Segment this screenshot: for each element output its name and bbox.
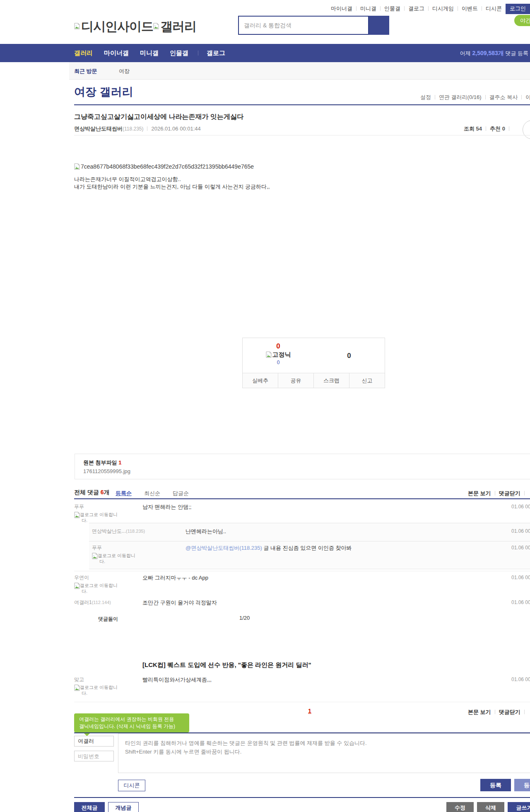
vote-buttons: 실베추 공유 스크랩 신고 <box>243 373 385 388</box>
comment-text: 빨리특이점와서가상세계좀,,, <box>142 676 212 684</box>
commenter-nick[interactable]: 여갤러1(112.144) <box>74 599 111 606</box>
bot-headline-link[interactable]: [LCK컵] 퀘스트 도입에 선수 반응, "좋은 라인은 원거리 딜러" <box>142 661 311 669</box>
post-author[interactable]: 면상박살난도태씹버 <box>74 126 123 132</box>
gallog-link[interactable]: 갤로그로 이동합니다. <box>74 582 123 594</box>
nickname-tooltip: 여갤러는 갤러리에서 권장하는 비회원 전용 갤닉네임입니다. (삭제 시 닉네… <box>74 713 189 732</box>
attachment-filename[interactable]: 1761120559995.jpg <box>83 468 130 474</box>
close-comments-button[interactable]: 댓글닫기 <box>499 709 520 715</box>
comments-header: 전체 댓글 6개 <box>74 489 110 496</box>
recent-visit-label[interactable]: 최근 방문 <box>74 68 97 75</box>
mention-link[interactable]: @면상박살난도태씹버(118.235) <box>186 545 262 551</box>
floating-button-partial[interactable] <box>523 120 530 139</box>
breadcrumb-current[interactable]: 여장 <box>119 68 130 75</box>
comment-writer: 푸푸 갤로그로 이동합니다. <box>74 503 136 523</box>
nav-item-minor[interactable]: 마이너갤 <box>104 49 129 56</box>
share-button[interactable]: 공유 <box>278 373 313 388</box>
delete-button[interactable]: 삭제 <box>477 802 504 812</box>
breadcrumb: 최근 방문 여장 <box>69 62 530 80</box>
comment-text: 남자 맨해라는 안댐;; <box>142 503 191 511</box>
gallery-links: 설정연관 갤러리(0/16)갤주소 복사이용안내 <box>420 94 530 101</box>
copy-url-link[interactable]: 갤주소 복사 <box>489 94 518 100</box>
like-count: 추천 0 <box>490 126 505 132</box>
bot-pager[interactable]: 1/20 <box>239 615 250 621</box>
gallog-link[interactable]: 갤로그로 이동합니다. <box>92 553 141 564</box>
nav-item-mini[interactable]: 미니갤 <box>140 49 159 56</box>
comment-time: 01.06 00 <box>511 599 530 605</box>
nav-item-gallog[interactable]: 갤로그 <box>207 49 225 56</box>
comment-divider <box>74 571 530 571</box>
nav-items: 갤러리마이너갤미니갤인물갤갤로그 <box>74 44 236 62</box>
header-divider <box>74 104 530 105</box>
top-link-gallog[interactable]: 갤로그 <box>408 5 424 12</box>
submit-comment-button[interactable]: 등록 <box>480 779 511 791</box>
commenter-nick[interactable]: 면상박살난도...(118.235) <box>92 528 145 535</box>
commenter-nick[interactable]: 푸푸 <box>74 503 136 510</box>
search-button[interactable] <box>369 16 389 35</box>
top-link-person[interactable]: 인물갤 <box>384 5 400 12</box>
commenter-nick[interactable]: 우연이 <box>74 574 136 581</box>
comment-writer: 맞고 갤로그로 이동합니다. <box>74 676 136 696</box>
top-link-minor[interactable]: 마이너갤 <box>331 5 352 12</box>
comment-writer: 우연이 갤로그로 이동합니다. <box>74 574 136 594</box>
post-author-ip: (118.235) <box>123 126 143 132</box>
comment-text: @면상박살난도태씹버(118.235) 글 내용 진심좀 있으면 이인증 찾아봐 <box>186 544 352 552</box>
comment-page-1[interactable]: 1 <box>308 708 311 714</box>
top-link-dccon[interactable]: 디시콘 <box>486 5 502 12</box>
attachment-box: 원본 첨부파일 1 1761120559995.jpg <box>75 454 530 479</box>
silbechu-button[interactable]: 실베추 <box>243 373 278 388</box>
sort-newest[interactable]: 최신순 <box>144 490 160 497</box>
submit-comment-button-secondary[interactable]: 등록 <box>514 779 530 791</box>
site-logo[interactable]: 디시인사이드갤러리 <box>74 18 196 35</box>
post-meta: 면상박살난도태씹버(118.235)2026.01.06 00:01:44 <box>74 125 201 133</box>
footer-divider <box>74 797 530 798</box>
post-divider <box>74 135 530 135</box>
report-button[interactable]: 신고 <box>349 373 385 388</box>
login-button[interactable]: 로그인 <box>506 4 530 14</box>
fixed-nick-label: 고정닉 <box>243 351 314 359</box>
top-link-dcgame[interactable]: 디시게임 <box>432 5 454 12</box>
post-date: 2026.01.06 00:01:44 <box>151 126 200 132</box>
top-links: 마이너갤미니갤인물갤갤로그디시게임이벤트디시콘로그인 <box>331 4 530 14</box>
related-gallery-link[interactable]: 연관 갤러리(0/16) <box>439 94 482 100</box>
broken-image-icon <box>92 553 97 558</box>
close-comments-button[interactable]: 댓글닫기 <box>499 490 520 496</box>
upvote-area[interactable]: 0 고정닉 0 <box>243 338 314 374</box>
comment-bot-name: 댓글돌이 <box>98 616 118 623</box>
gallog-link[interactable]: 갤로그로 이동합니다. <box>74 684 123 696</box>
sort-registered[interactable]: 등록순 <box>116 490 132 497</box>
gallery-settings-link[interactable]: 설정 <box>420 94 431 100</box>
edit-button[interactable]: 수정 <box>446 802 474 812</box>
night-mode-toggle[interactable]: 야간 모드 <box>514 15 530 26</box>
all-posts-button[interactable]: 전체글 <box>74 802 105 812</box>
search-input[interactable] <box>239 17 368 34</box>
top-link-event[interactable]: 이벤트 <box>462 5 478 12</box>
upvote-count: 0 <box>243 342 314 350</box>
nav-item-person[interactable]: 인물갤 <box>170 49 188 56</box>
post-broken-image: 7cea8677b48068f33be68fec439f2e2d7c65d32f… <box>74 163 254 170</box>
guide-link[interactable]: 이용안내 <box>525 94 530 100</box>
sort-reply[interactable]: 답글순 <box>173 490 189 497</box>
comment-text: 난멘헤라는아님.. <box>186 528 226 535</box>
main-nav: 갤러리마이너갤미니갤인물갤갤로그 어제 2,509,583개 댓글 등록 <box>0 44 530 62</box>
concept-posts-button[interactable]: 개념글 <box>108 802 139 812</box>
downvote-count[interactable]: 0 <box>313 338 385 374</box>
nav-item-gallery[interactable]: 갤러리 <box>74 49 93 56</box>
commenter-nick[interactable]: 푸푸 <box>92 544 154 551</box>
page-title[interactable]: 여장 갤러리 <box>74 85 133 99</box>
comments-toolbar-bottom: 본문 보기댓글닫기 <box>468 708 528 716</box>
nickname-input[interactable] <box>74 736 114 747</box>
broken-image-icon <box>74 23 80 30</box>
logo-text-dcinside: 디시인사이드 <box>81 19 153 33</box>
view-post-button[interactable]: 본문 보기 <box>468 709 491 715</box>
gallog-link[interactable]: 갤로그로 이동합니다. <box>74 512 123 523</box>
comment-textarea[interactable]: 타인의 권리를 침해하거나 명예를 훼손하는 댓글은 운영원칙 및 관련 법률에… <box>118 733 530 773</box>
write-button[interactable]: 글쓰기 <box>508 802 530 812</box>
password-input[interactable] <box>74 751 114 761</box>
commenter-nick[interactable]: 맞고 <box>74 676 136 683</box>
top-link-mini[interactable]: 미니갤 <box>360 5 376 12</box>
dccon-button[interactable]: 디시콘 <box>118 780 145 791</box>
scrap-button[interactable]: 스크랩 <box>313 373 349 388</box>
comment-time: 01.06 00 <box>511 677 530 682</box>
view-post-button[interactable]: 본문 보기 <box>468 490 491 496</box>
nav-comment-stat: 어제 2,509,583개 댓글 등록 <box>460 44 528 62</box>
